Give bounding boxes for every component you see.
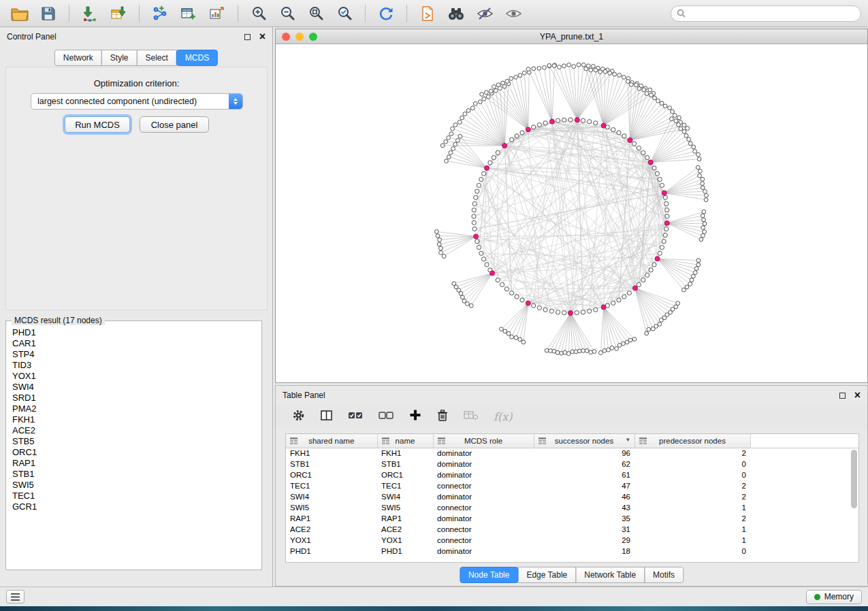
import-table-button[interactable] bbox=[106, 3, 131, 24]
toolbar-separator bbox=[238, 5, 238, 22]
mcds-list-item[interactable]: RAP1 bbox=[6, 458, 261, 469]
zoom-out-icon bbox=[280, 5, 295, 21]
table-row[interactable]: SWI4SWI4dominator462 bbox=[286, 491, 858, 502]
close-panel-button[interactable]: Close panel bbox=[140, 116, 209, 133]
run-mcds-button[interactable]: Run MCDS bbox=[65, 116, 130, 133]
table-row[interactable]: TEC1TEC1connector472 bbox=[286, 480, 858, 491]
network-window-titlebar[interactable]: YPA_prune.txt_1 bbox=[276, 29, 867, 44]
mcds-list-item[interactable]: FKH1 bbox=[6, 414, 261, 425]
mcds-list-item[interactable]: TEC1 bbox=[6, 491, 261, 501]
cell-mcds-role: dominator bbox=[433, 459, 534, 469]
new-network-button[interactable] bbox=[147, 3, 173, 24]
tab-mcds[interactable]: MCDS bbox=[176, 50, 218, 66]
column-type-icon bbox=[438, 437, 445, 444]
table-scrollbar[interactable] bbox=[851, 450, 857, 508]
table-row[interactable]: RAP1RAP1dominator352 bbox=[286, 513, 858, 524]
column-header-name[interactable]: name bbox=[377, 434, 433, 448]
column-header-mcds-role[interactable]: MCDS role bbox=[433, 434, 534, 448]
refresh-layout-button[interactable] bbox=[373, 3, 399, 24]
mcds-list-item[interactable]: TID3 bbox=[6, 360, 261, 371]
table-panel-float-icon[interactable] bbox=[839, 393, 846, 399]
table-row[interactable]: FKH1FKH1dominator962 bbox=[286, 448, 858, 459]
cell-shared-name: ACE2 bbox=[286, 524, 377, 535]
checked-boxes-icon bbox=[348, 410, 364, 420]
first-neighbors-button[interactable] bbox=[443, 3, 469, 24]
duplicate-network-button[interactable] bbox=[415, 3, 440, 24]
cell-predecessor-nodes: 2 bbox=[634, 480, 750, 491]
mcds-list-item[interactable]: SRD1 bbox=[6, 393, 261, 403]
node-table: shared name name MCDS role successor nod… bbox=[286, 434, 858, 557]
import-network-icon bbox=[82, 5, 98, 22]
window-minimize-icon[interactable] bbox=[295, 33, 304, 41]
tab-select[interactable]: Select bbox=[137, 50, 177, 66]
tab-motifs[interactable]: Motifs bbox=[644, 567, 684, 583]
mcds-list-item[interactable]: SWI5 bbox=[6, 480, 261, 491]
memory-button[interactable]: Memory bbox=[806, 590, 862, 604]
search-box[interactable] bbox=[671, 5, 861, 22]
mcds-list-item[interactable]: ORC1 bbox=[6, 447, 261, 458]
network-canvas[interactable] bbox=[276, 44, 867, 382]
table-row[interactable]: SWI5SWI5connector431 bbox=[286, 502, 858, 513]
mcds-list-item[interactable]: STB5 bbox=[6, 436, 261, 447]
mcds-list-item[interactable]: STP4 bbox=[6, 349, 261, 360]
new-table-button[interactable] bbox=[176, 3, 202, 24]
cell-predecessor-nodes: 1 bbox=[634, 524, 750, 535]
mcds-list-item[interactable]: GCR1 bbox=[6, 501, 261, 512]
panel-close-icon[interactable]: × bbox=[259, 33, 266, 41]
mcds-list-item[interactable]: PHD1 bbox=[6, 327, 261, 338]
add-column-button[interactable] bbox=[409, 409, 421, 424]
zoom-selected-button[interactable] bbox=[332, 3, 357, 24]
tab-network[interactable]: Network bbox=[54, 50, 102, 66]
node-table-container: shared name name MCDS role successor nod… bbox=[285, 433, 859, 563]
column-header-shared-name[interactable]: shared name bbox=[286, 434, 377, 448]
zoom-in-button[interactable] bbox=[246, 3, 272, 24]
cell-successor-nodes: 47 bbox=[534, 480, 634, 491]
apply-style-button[interactable] bbox=[472, 3, 498, 24]
zoom-fit-button[interactable] bbox=[303, 3, 329, 24]
select-all-button[interactable] bbox=[348, 410, 364, 423]
table-row[interactable]: PHD1PHD1dominator180 bbox=[286, 546, 858, 557]
table-row[interactable]: ACE2ACE2connector311 bbox=[286, 524, 858, 535]
folder-open-icon bbox=[11, 6, 29, 21]
mcds-result-fieldset: MCDS result (17 nodes) PHD1CAR1STP4TID3Y… bbox=[5, 316, 262, 570]
table-panel-close-icon[interactable]: × bbox=[854, 391, 861, 399]
table-settings-button[interactable] bbox=[292, 409, 305, 425]
mcds-list-item[interactable]: ACE2 bbox=[6, 425, 261, 436]
control-panel: Control Panel × Network Style Select MCD… bbox=[0, 27, 273, 587]
open-session-button[interactable] bbox=[7, 3, 33, 24]
column-header-predecessor-nodes[interactable]: predecessor nodes bbox=[634, 434, 750, 448]
table-row[interactable]: YOX1YOX1connector291 bbox=[286, 535, 858, 546]
toolbar-separator bbox=[365, 5, 366, 22]
task-history-button[interactable] bbox=[6, 590, 25, 604]
deselect-all-button[interactable] bbox=[379, 410, 394, 423]
show-hide-button[interactable] bbox=[500, 3, 526, 24]
tab-style[interactable]: Style bbox=[101, 50, 138, 66]
mcds-list-item[interactable]: CAR1 bbox=[6, 338, 261, 349]
table-row[interactable]: ORC1ORC1dominator610 bbox=[286, 469, 858, 480]
search-input[interactable] bbox=[689, 9, 855, 18]
zoom-out-button[interactable] bbox=[274, 3, 300, 24]
export-image-button[interactable] bbox=[204, 3, 230, 24]
mcds-list-item[interactable]: SWI4 bbox=[6, 382, 261, 393]
table-row[interactable]: STB1STB1dominator620 bbox=[286, 459, 858, 469]
window-close-icon[interactable] bbox=[282, 33, 290, 41]
cell-predecessor-nodes: 1 bbox=[634, 502, 750, 513]
mcds-list-item[interactable]: STB1 bbox=[6, 469, 261, 480]
network-graph[interactable] bbox=[276, 44, 867, 382]
window-maximize-icon[interactable] bbox=[309, 33, 317, 41]
tab-node-table[interactable]: Node Table bbox=[460, 567, 519, 583]
tab-network-table[interactable]: Network Table bbox=[575, 567, 645, 583]
criterion-select[interactable]: largest connected component (undirected) bbox=[31, 93, 243, 110]
save-session-button[interactable] bbox=[35, 3, 61, 24]
tab-edge-table[interactable]: Edge Table bbox=[517, 567, 576, 583]
mcds-result-list[interactable]: PHD1CAR1STP4TID3YOX1SWI4SRD1PMA2FKH1ACE2… bbox=[6, 327, 261, 567]
column-header-successor-nodes[interactable]: successor nodes ▾ bbox=[534, 434, 634, 448]
mcds-list-item[interactable]: YOX1 bbox=[6, 371, 261, 382]
import-network-button[interactable] bbox=[77, 3, 103, 24]
memory-status-icon bbox=[814, 594, 820, 600]
panel-float-icon[interactable] bbox=[244, 34, 251, 40]
cell-predecessor-nodes: 0 bbox=[634, 546, 750, 557]
show-columns-button[interactable] bbox=[320, 409, 333, 425]
mcds-list-item[interactable]: PMA2 bbox=[6, 403, 261, 414]
delete-column-button[interactable] bbox=[436, 409, 449, 425]
